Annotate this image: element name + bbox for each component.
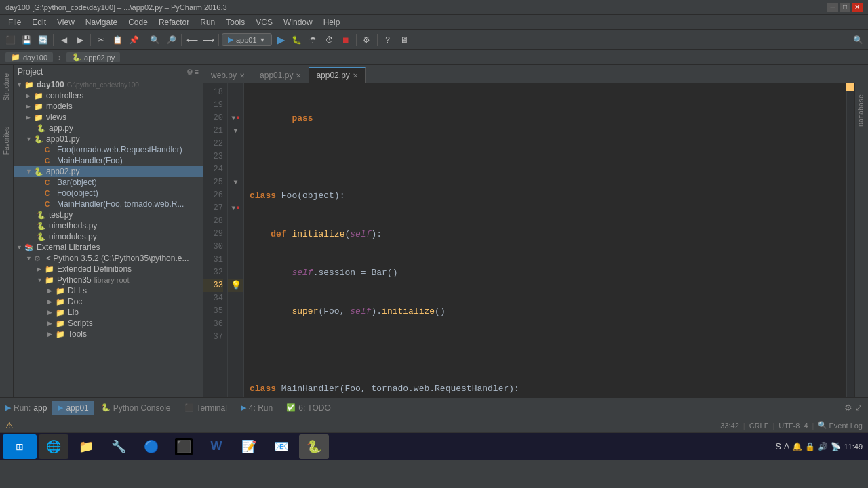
menu-help[interactable]: Help: [318, 16, 346, 28]
tree-item-mainhandler-foo[interactable]: C MainHandler(Foo): [14, 155, 203, 166]
structure-tab[interactable]: Structure: [1, 68, 12, 106]
toolbar-save-btn[interactable]: 💾: [19, 33, 34, 47]
toolbar-sdk-btn[interactable]: ⚙: [359, 33, 374, 47]
tree-item-models[interactable]: ▶ 📁 models: [14, 101, 203, 112]
maximize-button[interactable]: □: [840, 3, 850, 12]
code-content[interactable]: pass class Foo(object): def initialize(s…: [244, 83, 846, 397]
tree-item-foo-object[interactable]: C Foo(object): [14, 188, 203, 199]
run-tab[interactable]: ▶ Run: app: [0, 401, 52, 415]
settings-icon[interactable]: ⚙: [844, 403, 852, 413]
taskbar-item-note[interactable]: 📝: [234, 434, 264, 459]
tray-icon2[interactable]: 🔒: [805, 442, 815, 451]
menu-navigate[interactable]: Navigate: [80, 16, 123, 28]
tree-item-python35-lib[interactable]: ▼ 📁 Python35 library root: [14, 274, 203, 285]
app01-run-tab[interactable]: ▶ app01: [52, 401, 94, 415]
tree-item-external-libs[interactable]: ▼ 📚 External Libraries: [14, 242, 203, 253]
tree-item-dlls[interactable]: ▶ 📁 DLLs: [14, 285, 203, 296]
tree-item-lib[interactable]: ▶ 📁 Lib: [14, 307, 203, 318]
tree-item-views[interactable]: ▶ 📁 views: [14, 112, 203, 123]
input-method-s[interactable]: S: [775, 441, 781, 451]
expand-icon[interactable]: ⤢: [855, 403, 863, 413]
menu-tools[interactable]: Tools: [220, 16, 250, 28]
tab-close-icon[interactable]: ✕: [353, 72, 358, 79]
toolbar-profile-btn[interactable]: ⏱: [322, 33, 337, 47]
menu-window[interactable]: Window: [278, 16, 318, 28]
toolbar-cut-btn[interactable]: ✂: [94, 33, 108, 47]
breadcrumb-day100[interactable]: 📁 day100: [5, 52, 53, 62]
taskbar-item-folder[interactable]: 📁: [71, 434, 101, 459]
menu-run[interactable]: Run: [195, 16, 220, 28]
sidebar-gear-icon[interactable]: ≡: [195, 68, 199, 77]
tab-web-py[interactable]: web.py ✕: [203, 67, 252, 83]
tray-icon1[interactable]: 🔔: [792, 442, 802, 451]
tree-item-doc[interactable]: ▶ 📁 Doc: [14, 296, 203, 307]
taskbar-item-ie[interactable]: 🌐: [39, 434, 68, 459]
sidebar-settings-btn[interactable]: ⚙: [186, 68, 193, 77]
toolbar-vm-btn[interactable]: 🖥: [397, 33, 412, 47]
toolbar-stop-btn[interactable]: ⏹: [338, 33, 353, 47]
tree-item-mainhandler-r[interactable]: C MainHandler(Foo, tornado.web.R...: [14, 199, 203, 209]
toolbar-help-btn[interactable]: ?: [380, 33, 395, 47]
tab-app02-py[interactable]: app02.py ✕: [309, 67, 365, 83]
taskbar-item-chrome[interactable]: 🔵: [136, 434, 166, 459]
toolbar-project-btn[interactable]: ⬛: [3, 33, 18, 47]
taskbar-item-mail[interactable]: 📧: [267, 434, 296, 459]
tab-close-icon[interactable]: ✕: [296, 72, 301, 79]
minimize-button[interactable]: ─: [827, 3, 838, 12]
toolbar-run-btn[interactable]: ▶: [273, 33, 288, 47]
tree-item-app02-py[interactable]: ▼ 🐍 app02.py: [14, 166, 203, 177]
python-console-tab[interactable]: 🐍 Python Console: [94, 401, 178, 415]
toolbar-copy-btn[interactable]: 📋: [110, 33, 125, 47]
toolbar-search-btn[interactable]: 🔍: [147, 33, 162, 47]
run-4-tab[interactable]: ▶ 4: Run: [234, 401, 279, 415]
toolbar-paste-btn[interactable]: 📌: [126, 33, 141, 47]
tray-icon3[interactable]: 🔊: [818, 442, 828, 451]
taskbar-item-cmd[interactable]: ⬛: [169, 434, 199, 459]
toolbar-nav-prev[interactable]: ⟵: [184, 33, 199, 47]
breadcrumb-app02[interactable]: 🐍 app02.py: [66, 52, 120, 62]
tree-item-app-py[interactable]: 🐍 app.py: [14, 123, 203, 134]
toolbar-coverage-btn[interactable]: ☂: [306, 33, 321, 47]
tree-item-extended-defs[interactable]: ▶ 📁 Extended Definitions: [14, 264, 203, 274]
menu-view[interactable]: View: [52, 16, 80, 28]
breakpoint-20[interactable]: ●: [236, 112, 239, 125]
toolbar-sync-btn[interactable]: 🔄: [35, 33, 50, 47]
toolbar-search2-btn[interactable]: 🔍: [850, 33, 865, 47]
menu-vcs[interactable]: VCS: [250, 16, 278, 28]
tree-item-bar[interactable]: C Bar(object): [14, 177, 203, 188]
breakpoint-27[interactable]: ●: [236, 202, 239, 215]
tree-item-test-py[interactable]: 🐍 test.py: [14, 209, 203, 220]
tree-item-foo-tornado[interactable]: C Foo(tornado.web.RequestHandler): [14, 144, 203, 155]
tray-icon4[interactable]: 📡: [831, 442, 841, 451]
close-button[interactable]: ✕: [852, 3, 863, 12]
tree-item-controllers[interactable]: ▶ 📁 controllers: [14, 90, 203, 101]
tab-app01-py[interactable]: app01.py ✕: [252, 67, 309, 83]
tree-item-tools[interactable]: ▶ 📁 Tools: [14, 329, 203, 340]
tree-item-app01-py[interactable]: ▼ 🐍 app01.py: [14, 134, 203, 144]
toolbar-forward-btn[interactable]: ▶: [73, 33, 87, 47]
menu-refactor[interactable]: Refactor: [153, 16, 195, 28]
taskbar-item-tool[interactable]: 🔧: [104, 434, 134, 459]
toolbar-back-btn[interactable]: ◀: [56, 33, 71, 47]
toolbar-debug-btn[interactable]: 🐛: [290, 33, 304, 47]
start-button[interactable]: ⊞: [3, 434, 37, 459]
tree-item-scripts[interactable]: ▶ 📁 Scripts: [14, 318, 203, 329]
taskbar-item-pycharm[interactable]: 🐍: [299, 434, 329, 459]
tree-item-day100[interactable]: ▼ 📁 day100 G:\python_code\day100: [14, 79, 203, 90]
tab-close-icon[interactable]: ✕: [239, 72, 245, 79]
toolbar-nav-next[interactable]: ⟶: [201, 33, 216, 47]
run-config-selector[interactable]: ▶ app01 ▼: [222, 33, 272, 46]
menu-code[interactable]: Code: [123, 16, 153, 28]
event-log-btn[interactable]: 🔍 Event Log: [818, 421, 863, 430]
tree-item-uimodules-py[interactable]: 🐍 uimodules.py: [14, 231, 203, 242]
todo-tab[interactable]: ✅ 6: TODO: [279, 401, 338, 415]
favorites-tab[interactable]: Favorites: [1, 121, 12, 160]
menu-edit[interactable]: Edit: [26, 16, 52, 28]
menu-file[interactable]: File: [3, 16, 26, 28]
tree-item-python352[interactable]: ▼ ⚙ < Python 3.5.2 (C:\Python35\python.e…: [14, 253, 203, 264]
database-tab[interactable]: Database: [856, 89, 867, 132]
toolbar-replace-btn[interactable]: 🔎: [163, 33, 178, 47]
input-method-a[interactable]: A: [784, 441, 790, 451]
tree-item-uimethods-py[interactable]: 🐍 uimethods.py: [14, 220, 203, 231]
terminal-tab[interactable]: ⬛ Terminal: [178, 401, 234, 415]
